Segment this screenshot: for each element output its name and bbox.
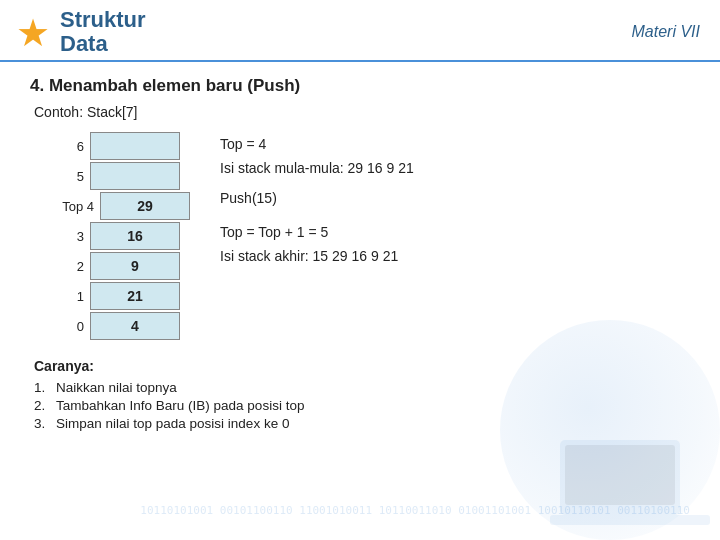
header: ★ Struktur Data Materi VII bbox=[0, 0, 720, 62]
list-item: 1.Naikkan nilai topnya bbox=[34, 380, 690, 395]
row-index-label: Top 4 bbox=[40, 199, 100, 214]
svg-rect-2 bbox=[550, 515, 710, 525]
row-index-label: 0 bbox=[40, 319, 90, 334]
list-text: Simpan nilai top pada posisi index ke 0 bbox=[56, 416, 289, 431]
row-index-label: 2 bbox=[40, 259, 90, 274]
row-index-label: 1 bbox=[40, 289, 90, 304]
stack-row: 316 bbox=[40, 222, 190, 250]
list-text: Tambahkan Info Baru (IB) pada posisi top bbox=[56, 398, 304, 413]
stack-row: 29 bbox=[40, 252, 190, 280]
stack-cell: 16 bbox=[90, 222, 180, 250]
title-line2: Data bbox=[60, 32, 146, 56]
list-item: 3.Simpan nilai top pada posisi index ke … bbox=[34, 416, 690, 431]
stack-cell bbox=[90, 132, 180, 160]
caranya-section: Caranya: 1.Naikkan nilai topnya2.Tambahk… bbox=[34, 358, 690, 431]
stack-table: 65Top 4293162912104 bbox=[40, 132, 190, 342]
stack-cell bbox=[90, 162, 180, 190]
push-label: Push(15) bbox=[220, 190, 414, 206]
list-num: 2. bbox=[34, 398, 50, 413]
stack-row: 04 bbox=[40, 312, 190, 340]
contoh-label: Contoh: Stack[7] bbox=[34, 104, 690, 120]
bg-laptop-decoration bbox=[550, 430, 710, 530]
list-num: 3. bbox=[34, 416, 50, 431]
row-index-label: 6 bbox=[40, 139, 90, 154]
isi-stack-akhir: Isi stack akhir: 15 29 16 9 21 bbox=[220, 248, 414, 264]
stack-row: 121 bbox=[40, 282, 190, 310]
stack-row: Top 429 bbox=[40, 192, 190, 220]
header-left: ★ Struktur Data bbox=[16, 8, 146, 56]
list-item: 2.Tambahkan Info Baru (IB) pada posisi t… bbox=[34, 398, 690, 413]
section-title: 4. Menambah elemen baru (Push) bbox=[30, 76, 690, 96]
main-content: 4. Menambah elemen baru (Push) Contoh: S… bbox=[0, 62, 720, 444]
isi-stack-mula: Isi stack mula-mula: 29 16 9 21 bbox=[220, 160, 414, 176]
diagram-area: 65Top 4293162912104 Top = 4 Isi stack mu… bbox=[40, 132, 690, 342]
bg-binary-decoration: 10110101001 00101100110 11001010011 1011… bbox=[140, 502, 690, 520]
svg-rect-0 bbox=[560, 440, 680, 515]
row-index-label: 3 bbox=[40, 229, 90, 244]
materi-label: Materi VII bbox=[632, 23, 700, 41]
stack-cell: 4 bbox=[90, 312, 180, 340]
stack-cell: 9 bbox=[90, 252, 180, 280]
top-calc: Top = Top + 1 = 5 bbox=[220, 224, 414, 240]
info-panel: Top = 4 Isi stack mula-mula: 29 16 9 21 … bbox=[220, 132, 414, 264]
stack-cell: 21 bbox=[90, 282, 180, 310]
stack-row: 5 bbox=[40, 162, 190, 190]
list-text: Naikkan nilai topnya bbox=[56, 380, 177, 395]
stack-row: 6 bbox=[40, 132, 190, 160]
header-title: Struktur Data bbox=[60, 8, 146, 56]
row-index-label: 5 bbox=[40, 169, 90, 184]
caranya-title: Caranya: bbox=[34, 358, 690, 374]
list-num: 1. bbox=[34, 380, 50, 395]
star-icon: ★ bbox=[16, 14, 50, 52]
caranya-list: 1.Naikkan nilai topnya2.Tambahkan Info B… bbox=[34, 380, 690, 431]
top-eq: Top = 4 bbox=[220, 136, 414, 152]
title-line1: Struktur bbox=[60, 8, 146, 32]
svg-rect-1 bbox=[565, 445, 675, 505]
stack-cell: 29 bbox=[100, 192, 190, 220]
